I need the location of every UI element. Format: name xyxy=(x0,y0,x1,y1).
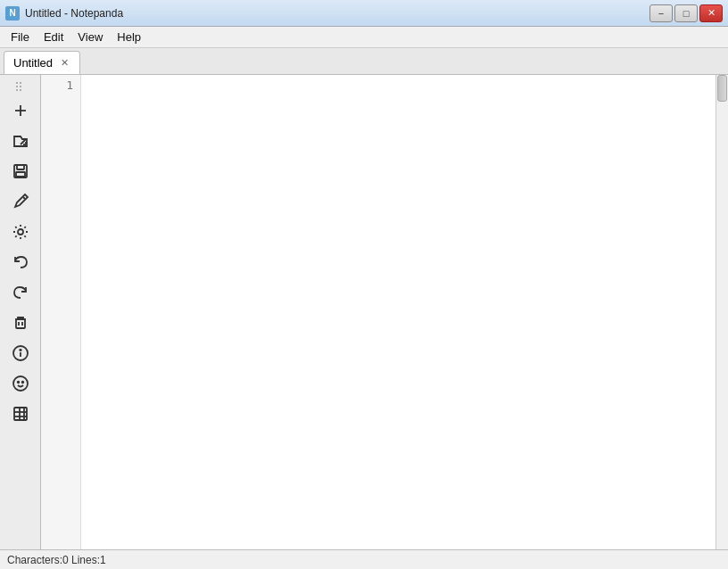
editor-wrapper: 1 xyxy=(41,75,716,549)
scrollbar-thumb[interactable] xyxy=(717,75,727,102)
title-bar-left: N Untitled - Notepanda xyxy=(5,6,123,21)
svg-point-16 xyxy=(13,376,28,391)
close-button[interactable]: ✕ xyxy=(699,4,723,22)
tab-untitled[interactable]: Untitled ✕ xyxy=(4,51,80,74)
window-controls: − □ ✕ xyxy=(649,4,723,22)
svg-point-18 xyxy=(21,382,23,383)
svg-rect-10 xyxy=(16,319,25,328)
edit-button[interactable] xyxy=(8,189,33,214)
tab-bar: Untitled ✕ xyxy=(0,48,728,75)
menu-help[interactable]: Help xyxy=(110,29,148,45)
save-button[interactable] xyxy=(8,159,33,184)
svg-rect-6 xyxy=(17,165,24,169)
minimize-button[interactable]: − xyxy=(649,4,673,22)
info-button[interactable] xyxy=(8,341,33,366)
undo-button[interactable] xyxy=(8,250,33,275)
scrollbar-track xyxy=(716,75,728,549)
menu-edit[interactable]: Edit xyxy=(37,29,70,45)
redo-button[interactable] xyxy=(8,280,33,305)
line-numbers: 1 xyxy=(41,75,81,549)
right-scrollbar[interactable] xyxy=(716,75,728,549)
delete-button[interactable] xyxy=(8,310,33,335)
menu-file[interactable]: File xyxy=(4,29,37,45)
window-title: Untitled - Notepanda xyxy=(25,7,123,20)
menu-view[interactable]: View xyxy=(70,29,110,45)
settings-button[interactable] xyxy=(8,219,33,244)
table-button[interactable] xyxy=(8,401,33,426)
tab-close-button[interactable]: ✕ xyxy=(58,57,70,70)
maximize-button[interactable]: □ xyxy=(674,4,698,22)
new-button[interactable] xyxy=(8,98,33,123)
toolbar-drag-handle xyxy=(16,82,25,89)
emoji-button[interactable] xyxy=(8,371,33,396)
main-area: 1 xyxy=(0,75,728,549)
svg-line-8 xyxy=(23,197,25,199)
open-button[interactable] xyxy=(8,128,33,153)
title-bar: N Untitled - Notepanda − □ ✕ xyxy=(0,0,728,27)
tab-label: Untitled xyxy=(13,56,53,70)
editor-textarea[interactable] xyxy=(81,75,716,549)
status-bar: Characters:0 Lines:1 xyxy=(0,549,728,569)
svg-point-15 xyxy=(20,350,21,350)
svg-point-17 xyxy=(17,382,19,383)
svg-point-9 xyxy=(18,229,23,235)
app-icon: N xyxy=(5,6,20,21)
toolbar xyxy=(0,75,41,549)
svg-rect-7 xyxy=(16,172,25,177)
menu-bar: File Edit View Help xyxy=(0,27,728,48)
status-text: Characters:0 Lines:1 xyxy=(7,554,106,566)
